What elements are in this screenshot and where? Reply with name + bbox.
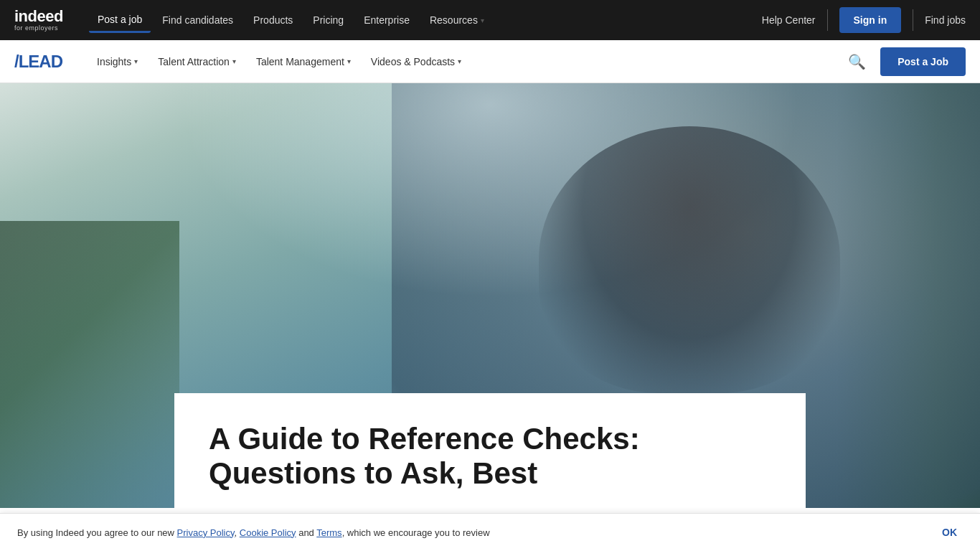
- lead-navigation: /LEAD Insights ▾ Talent Attraction ▾ Tal…: [0, 40, 980, 83]
- plants-left: [0, 221, 179, 508]
- logo-main-text: indeed: [14, 8, 72, 25]
- lead-nav-talent-management[interactable]: Talent Management ▾: [248, 50, 359, 73]
- lead-nav-videos-podcasts[interactable]: Videos & Podcasts ▾: [362, 50, 470, 73]
- search-icon: 🔍: [848, 54, 866, 70]
- videos-chevron-icon: ▾: [458, 57, 461, 65]
- top-nav-products[interactable]: Products: [245, 9, 301, 32]
- talent-attraction-chevron-icon: ▾: [232, 57, 236, 65]
- find-jobs-link[interactable]: Find jobs: [925, 14, 966, 26]
- top-nav-find-candidates[interactable]: Find candidates: [154, 9, 242, 32]
- insights-chevron-icon: ▾: [134, 57, 138, 65]
- resources-chevron-icon: ▾: [481, 17, 484, 24]
- lead-nav-insights[interactable]: Insights ▾: [88, 50, 146, 73]
- hero-section: A Guide to Reference Checks: Questions t…: [0, 83, 980, 508]
- logo-sub-text: for employers: [14, 25, 72, 32]
- indeed-logo[interactable]: indeed for employers: [14, 8, 72, 32]
- lead-nav-talent-attraction[interactable]: Talent Attraction ▾: [149, 50, 245, 73]
- top-nav-links: Post a job Find candidates Products Pric…: [89, 8, 745, 33]
- figure-dark: [539, 126, 840, 393]
- top-nav-enterprise[interactable]: Enterprise: [355, 9, 418, 32]
- post-a-job-button[interactable]: Post a Job: [880, 47, 966, 76]
- top-nav-right: Help Center Sign in Find jobs: [762, 7, 966, 33]
- sign-in-button[interactable]: Sign in: [839, 7, 902, 33]
- top-nav-post-a-job[interactable]: Post a job: [89, 8, 151, 33]
- nav-divider-2: [913, 9, 913, 31]
- lead-nav-links: Insights ▾ Talent Attraction ▾ Talent Ma…: [88, 50, 828, 73]
- top-nav-resources[interactable]: Resources ▾: [421, 9, 493, 32]
- lead-logo[interactable]: /LEAD: [14, 52, 62, 72]
- lead-nav-right: 🔍 Post a Job: [845, 47, 966, 76]
- article-card: A Guide to Reference Checks: Questions t…: [174, 393, 806, 508]
- article-title: A Guide to Reference Checks: Questions t…: [209, 422, 668, 491]
- top-nav-pricing[interactable]: Pricing: [304, 9, 352, 32]
- talent-management-chevron-icon: ▾: [347, 57, 351, 65]
- search-button[interactable]: 🔍: [845, 50, 869, 73]
- help-center-link[interactable]: Help Center: [762, 14, 816, 26]
- lead-logo-text: LEAD: [19, 52, 62, 71]
- top-navigation: indeed for employers Post a job Find can…: [0, 0, 980, 40]
- nav-divider: [827, 9, 828, 31]
